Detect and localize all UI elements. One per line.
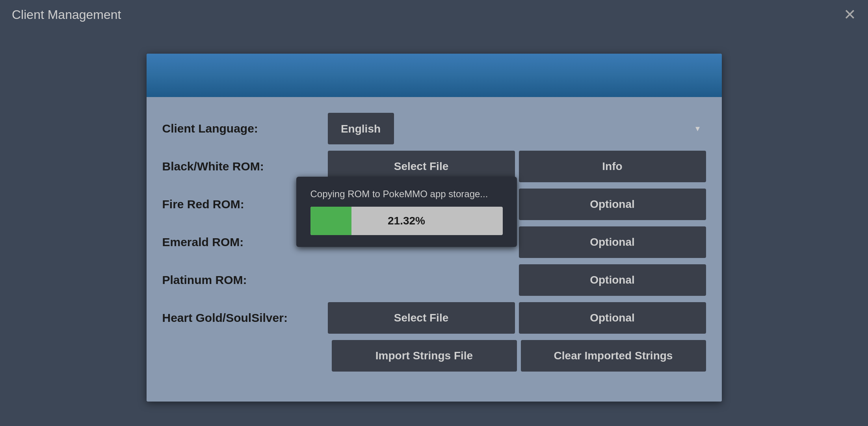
dialog-box: Client Language: English Japanese French… — [147, 54, 722, 402]
heart-gold-row: Heart Gold/SoulSilver: Select File Optio… — [162, 302, 706, 334]
fire-red-optional-button[interactable]: Optional — [519, 189, 706, 220]
main-content: Client Language: English Japanese French… — [0, 29, 868, 426]
progress-bar-container: 21.32% — [310, 207, 503, 235]
platinum-optional-button[interactable]: Optional — [519, 264, 706, 296]
language-controls: English Japanese French German Spanish I… — [328, 113, 706, 144]
heart-gold-label: Heart Gold/SoulSilver: — [162, 311, 328, 325]
black-white-info-button[interactable]: Info — [519, 151, 706, 182]
fire-red-row: Fire Red ROM: Select File Optional Copyi… — [162, 189, 706, 220]
heart-gold-optional-button[interactable]: Optional — [519, 302, 706, 334]
progress-bar-fill — [310, 207, 351, 235]
progress-message: Copying ROM to PokeMMO app storage... — [310, 189, 503, 200]
emerald-optional-button[interactable]: Optional — [519, 226, 706, 258]
window-title: Client Management — [12, 7, 121, 22]
title-bar: Client Management ✕ — [0, 0, 868, 29]
platinum-label: Platinum ROM: — [162, 273, 328, 287]
dialog-header — [147, 54, 722, 97]
close-button[interactable]: ✕ — [844, 7, 856, 22]
language-select[interactable]: English Japanese French German Spanish I… — [328, 113, 394, 144]
import-strings-button[interactable]: Import Strings File — [332, 340, 517, 372]
window: Client Management ✕ Client Language: Eng… — [0, 0, 868, 426]
heart-gold-select-button[interactable]: Select File — [328, 302, 515, 334]
platinum-controls: Optional — [328, 264, 706, 296]
progress-popup: Copying ROM to PokeMMO app storage... 21… — [296, 177, 517, 247]
platinum-row: Platinum ROM: Optional — [162, 264, 706, 296]
language-label: Client Language: — [162, 122, 328, 135]
strings-row: Import Strings File Clear Imported Strin… — [162, 340, 706, 372]
language-select-wrapper: English Japanese French German Spanish I… — [328, 113, 706, 144]
language-row: Client Language: English Japanese French… — [162, 113, 706, 144]
strings-controls: Import Strings File Clear Imported Strin… — [332, 340, 706, 372]
clear-strings-button[interactable]: Clear Imported Strings — [521, 340, 706, 372]
progress-percent-label: 21.32% — [388, 215, 425, 227]
heart-gold-controls: Select File Optional — [328, 302, 706, 334]
black-white-label: Black/White ROM: — [162, 160, 328, 173]
dialog-body: Client Language: English Japanese French… — [147, 97, 722, 402]
